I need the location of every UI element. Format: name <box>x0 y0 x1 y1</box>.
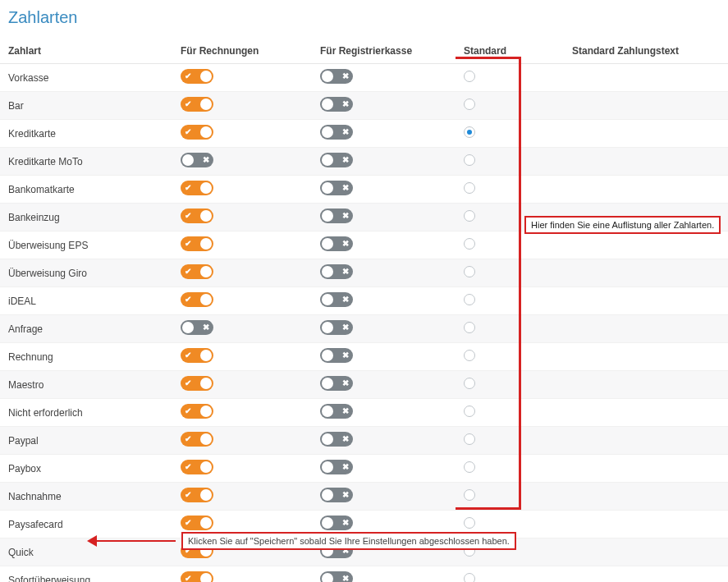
toggle-knob <box>322 433 333 445</box>
toggle-invoices[interactable]: ✔ <box>181 236 213 251</box>
payment-name: Sofortüberweisung <box>0 566 172 583</box>
cross-icon: ✖ <box>342 435 349 443</box>
toggle-invoices[interactable]: ✔ <box>181 348 213 363</box>
check-icon: ✔ <box>185 351 191 360</box>
toggle-knob <box>322 406 333 417</box>
check-icon: ✔ <box>185 72 191 80</box>
table-row: Rechnung✔✖ <box>0 343 728 371</box>
toggle-knob <box>200 406 212 417</box>
standard-radio[interactable] <box>464 126 475 138</box>
payment-name: Nachnahme <box>0 483 172 511</box>
standard-radio[interactable] <box>464 489 475 501</box>
standard-radio[interactable] <box>464 406 475 417</box>
payment-name: Vorkasse <box>0 64 172 92</box>
toggle-knob <box>322 71 333 82</box>
table-row: Anfrage✖✖ <box>0 315 728 343</box>
toggle-invoices[interactable]: ✖ <box>181 153 213 167</box>
toggle-register[interactable]: ✖ <box>320 264 353 279</box>
toggle-knob <box>182 322 194 333</box>
toggle-register[interactable]: ✖ <box>320 348 353 363</box>
standard-radio[interactable] <box>464 154 475 166</box>
payment-name: Anfrage <box>0 315 172 343</box>
cross-icon: ✖ <box>342 575 349 582</box>
cross-icon: ✖ <box>342 463 349 471</box>
toggle-invoices[interactable]: ✖ <box>181 320 213 335</box>
check-icon: ✔ <box>185 519 191 527</box>
toggle-invoices[interactable]: ✔ <box>181 209 213 223</box>
toggle-register[interactable]: ✖ <box>320 404 353 419</box>
standard-radio[interactable] <box>464 350 475 361</box>
cross-icon: ✖ <box>342 184 349 192</box>
toggle-register[interactable]: ✖ <box>320 488 353 502</box>
check-icon: ✔ <box>185 463 191 471</box>
toggle-invoices[interactable]: ✔ <box>181 97 213 112</box>
cross-icon: ✖ <box>342 407 349 415</box>
toggle-invoices[interactable]: ✔ <box>181 69 213 84</box>
toggle-register[interactable]: ✖ <box>320 432 353 447</box>
cross-icon: ✖ <box>342 156 349 164</box>
standard-radio[interactable] <box>464 99 475 110</box>
toggle-knob <box>200 433 212 445</box>
toggle-register[interactable]: ✖ <box>320 181 353 195</box>
toggle-invoices[interactable]: ✔ <box>181 404 213 419</box>
toggle-invoices[interactable]: ✔ <box>181 488 213 502</box>
cross-icon: ✖ <box>342 296 349 304</box>
standard-radio[interactable] <box>464 238 475 250</box>
toggle-register[interactable]: ✖ <box>320 320 353 335</box>
standard-radio[interactable] <box>464 182 475 194</box>
toggle-knob <box>322 322 333 333</box>
toggle-knob <box>200 461 212 473</box>
check-icon: ✔ <box>185 296 191 304</box>
check-icon: ✔ <box>185 184 191 192</box>
toggle-knob <box>200 573 212 582</box>
toggle-knob <box>322 489 333 501</box>
standard-payment-text <box>564 566 728 583</box>
payment-name: Überweisung EPS <box>0 231 172 259</box>
standard-radio[interactable] <box>464 378 475 389</box>
payment-name: iDEAL <box>0 287 172 315</box>
standard-payment-text <box>564 259 728 287</box>
table-row: Bankomatkarte✔✖ <box>0 176 728 204</box>
toggle-register[interactable]: ✖ <box>320 97 353 112</box>
cross-icon: ✖ <box>342 240 349 248</box>
toggle-register[interactable]: ✖ <box>320 292 353 307</box>
standard-radio[interactable] <box>464 322 475 333</box>
toggle-invoices[interactable]: ✔ <box>181 292 213 307</box>
toggle-register[interactable]: ✖ <box>320 209 353 223</box>
toggle-knob <box>200 294 212 305</box>
toggle-knob <box>322 182 333 194</box>
cross-icon: ✖ <box>342 491 349 499</box>
toggle-register[interactable]: ✖ <box>320 125 353 140</box>
standard-radio[interactable] <box>464 71 475 82</box>
cross-icon: ✖ <box>342 519 349 527</box>
toggle-invoices[interactable]: ✔ <box>181 125 213 140</box>
toggle-register[interactable]: ✖ <box>320 516 353 530</box>
standard-radio[interactable] <box>464 266 475 277</box>
toggle-knob <box>200 350 212 361</box>
toggle-invoices[interactable]: ✔ <box>181 181 213 195</box>
toggle-knob <box>200 266 212 277</box>
check-icon: ✔ <box>185 212 191 220</box>
toggle-register[interactable]: ✖ <box>320 460 353 474</box>
toggle-register[interactable]: ✖ <box>320 376 353 391</box>
standard-radio[interactable] <box>464 210 475 222</box>
page-title: Zahlarten <box>0 0 728 39</box>
payment-name: Bankeinzug <box>0 204 172 231</box>
toggle-invoices[interactable]: ✔ <box>181 460 213 474</box>
toggle-register[interactable]: ✖ <box>320 69 353 84</box>
toggle-invoices[interactable]: ✔ <box>181 376 213 391</box>
standard-radio[interactable] <box>464 433 475 445</box>
standard-radio[interactable] <box>464 573 475 582</box>
toggle-invoices[interactable]: ✔ <box>181 264 213 279</box>
payment-name: Kreditkarte MoTo <box>0 148 172 176</box>
toggle-register[interactable]: ✖ <box>320 236 353 251</box>
toggle-invoices[interactable]: ✔ <box>181 516 213 530</box>
toggle-register[interactable]: ✖ <box>320 571 353 582</box>
standard-radio[interactable] <box>464 294 475 305</box>
standard-radio[interactable] <box>464 461 475 473</box>
toggle-invoices[interactable]: ✔ <box>181 432 213 447</box>
standard-radio[interactable] <box>464 517 475 529</box>
toggle-register[interactable]: ✖ <box>320 153 353 167</box>
toggle-invoices[interactable]: ✔ <box>181 571 213 582</box>
table-row: Überweisung Giro✔✖ <box>0 259 728 287</box>
